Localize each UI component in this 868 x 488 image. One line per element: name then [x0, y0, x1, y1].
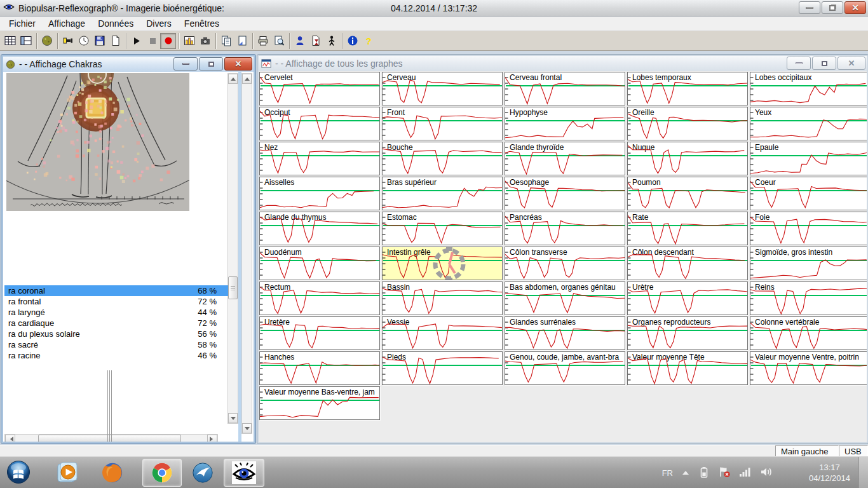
scrollbar-thumb[interactable]	[228, 276, 238, 299]
split-view-button[interactable]	[18, 33, 34, 49]
minimize-button[interactable]	[799, 1, 820, 14]
scroll-up-button[interactable]	[242, 74, 252, 84]
chakra-minimize-button[interactable]	[173, 57, 198, 71]
all-graphs-grid-button[interactable]	[2, 33, 18, 49]
graph-cell-27[interactable]: Côlon transverse	[505, 247, 625, 280]
graph-cell-42[interactable]: Genou, coude, jambe, avant-bra	[505, 351, 625, 385]
horizontal-scrollbar[interactable]	[4, 434, 218, 442]
graph-cell-28[interactable]: Côlon descendant	[627, 247, 748, 280]
graph-cell-33[interactable]: Urètre	[627, 281, 748, 315]
graph-cell-20[interactable]: Glande du thymus	[259, 212, 380, 245]
close-button[interactable]: ✕	[844, 1, 866, 14]
chakra-close-button[interactable]: ✕	[224, 57, 252, 71]
page-flip-button[interactable]	[234, 33, 250, 49]
menu-item-4[interactable]: Fenêtres	[178, 17, 226, 30]
graph-cell-1[interactable]: Cerveau	[382, 72, 503, 105]
scroll-down-button[interactable]	[242, 423, 252, 433]
scroll-left-button[interactable]	[5, 435, 15, 442]
graph-cell-44[interactable]: Valeur moyenne Ventre, poitrin	[750, 351, 867, 385]
person-button[interactable]	[323, 33, 339, 49]
copy-button[interactable]	[218, 33, 234, 49]
taskbar-biopulsar-active[interactable]	[224, 459, 264, 487]
graph-cell-36[interactable]: Vessie	[382, 316, 503, 350]
chakra-list-item-0[interactable]: ra coronal68 %	[4, 285, 228, 296]
menu-item-2[interactable]: Données	[92, 17, 140, 30]
action-center-flag[interactable]	[718, 466, 731, 480]
camera-button[interactable]	[197, 33, 213, 49]
volume-control[interactable]	[760, 466, 774, 480]
graph-cell-43[interactable]: Valeur moyenne Tête	[627, 351, 748, 385]
taskbar-media-player[interactable]	[55, 461, 79, 485]
graphs-close-button[interactable]: ✕	[837, 57, 865, 70]
graph-cell-24[interactable]: Foie	[750, 212, 867, 245]
graph-cell-15[interactable]: Aisselles	[259, 177, 380, 210]
graph-cell-23[interactable]: Rate	[627, 212, 748, 245]
graph-cell-14[interactable]: Epaule	[750, 142, 867, 175]
print-preview-button[interactable]	[271, 33, 287, 49]
graph-cell-4[interactable]: Lobes occipitaux	[750, 72, 867, 105]
chakra-list-item-1[interactable]: ra frontal72 %	[4, 296, 228, 307]
show-desktop-button[interactable]	[858, 457, 868, 488]
graph-cell-30[interactable]: Rectum	[259, 281, 380, 315]
menu-item-3[interactable]: Divers	[140, 17, 178, 30]
battery-indicator[interactable]	[698, 466, 710, 480]
taskbar-firefox[interactable]	[100, 461, 125, 485]
graph-cell-11[interactable]: Bouche	[382, 142, 503, 175]
graph-cell-39[interactable]: Colonne vertébrale	[750, 316, 867, 350]
graph-cell-41[interactable]: Pieds	[382, 351, 503, 385]
graphs-minimize-button[interactable]	[787, 57, 811, 70]
chakra-list-item-5[interactable]: ra sacré58 %	[4, 339, 228, 350]
record-button[interactable]	[160, 33, 176, 49]
play-button[interactable]	[128, 33, 144, 49]
sensor-button[interactable]	[60, 33, 76, 49]
window-vertical-scrollbar[interactable]	[241, 73, 252, 434]
graph-cell-8[interactable]: Oreille	[627, 107, 748, 140]
graph-cell-31[interactable]: Bassin	[382, 281, 503, 315]
chakra-list-item-4[interactable]: ra du plexus solaire56 %	[4, 329, 228, 339]
graph-cell-9[interactable]: Yeux	[750, 107, 867, 140]
graphs-window-titlebar[interactable]: - - Affichage de tous les graphes ✕	[259, 56, 867, 71]
graph-cell-32[interactable]: Bas abdomen, organes génitau	[505, 281, 625, 315]
graph-cell-12[interactable]: Glande thyroïde	[505, 142, 625, 175]
scroll-up-button[interactable]	[228, 74, 238, 84]
graph-cell-17[interactable]: Oesophage	[505, 177, 625, 210]
main-titlebar[interactable]: Biopulsar-Reflexograph® - Imagerie bioén…	[0, 0, 868, 17]
taskbar-clock[interactable]: 13:17 04/12/2014	[809, 457, 850, 488]
chakra-restore-button[interactable]	[199, 57, 223, 71]
graph-cell-22[interactable]: Pancréas	[505, 212, 625, 245]
chakra-list-item-3[interactable]: ra cardiaque72 %	[4, 318, 228, 329]
graph-cell-35[interactable]: Uretère	[259, 316, 380, 350]
graph-cell-18[interactable]: Poumon	[627, 177, 748, 210]
graph-cell-13[interactable]: Nuque	[627, 142, 748, 175]
graph-cell-3[interactable]: Lobes temporaux	[627, 72, 748, 105]
print-button[interactable]	[255, 33, 271, 49]
menu-item-0[interactable]: Fichier	[3, 17, 42, 30]
taskbar-chrome-active[interactable]	[142, 459, 182, 487]
chakra-list-item-2[interactable]: ra laryngé44 %	[4, 307, 228, 318]
chakra-button[interactable]	[39, 33, 55, 49]
tray-expand-button[interactable]	[681, 468, 690, 478]
stop-button[interactable]	[144, 33, 160, 49]
graph-cell-29[interactable]: Sigmoïde, gros intestin	[750, 247, 867, 280]
restore-button[interactable]	[822, 1, 843, 14]
scroll-down-button[interactable]	[228, 413, 238, 423]
network-signal[interactable]	[739, 466, 752, 479]
language-indicator[interactable]: FR	[662, 468, 673, 478]
clock-button[interactable]	[76, 33, 92, 49]
graph-cell-2[interactable]: Cerveau frontal	[505, 72, 625, 105]
new-file-button[interactable]	[107, 33, 123, 49]
graph-cell-25[interactable]: Duodénum	[259, 247, 380, 280]
scrollbar-thumb[interactable]	[38, 435, 181, 442]
chakra-list-item-6[interactable]: ra racine46 %	[4, 350, 228, 361]
graph-cell-38[interactable]: Organes reproducteurs	[627, 316, 748, 350]
graph-cell-45[interactable]: Valeur moyenne Bas-ventre, jam	[259, 386, 380, 420]
session-doc-button[interactable]	[308, 33, 323, 49]
graph-cell-10[interactable]: Nez	[259, 142, 380, 175]
image-vertical-scrollbar[interactable]	[227, 73, 238, 424]
graph-cell-7[interactable]: Hypophyse	[505, 107, 625, 140]
graph-cell-37[interactable]: Glandes surrénales	[505, 316, 625, 350]
graph-cell-5[interactable]: Occiput	[259, 107, 380, 140]
graph-cell-21[interactable]: Estomac	[382, 212, 503, 245]
graph-cell-40[interactable]: Hanches	[259, 351, 380, 385]
start-button[interactable]	[6, 460, 31, 484]
